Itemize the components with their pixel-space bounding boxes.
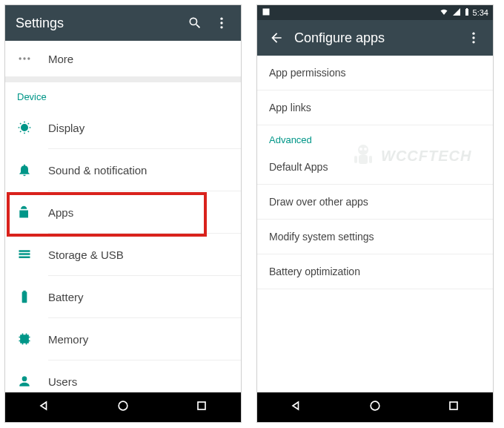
nav-recent-icon[interactable]: [446, 398, 461, 416]
row-label: Storage & USB: [48, 248, 241, 261]
nav-home-icon[interactable]: [368, 398, 382, 416]
person-icon: [17, 374, 48, 389]
svg-rect-8: [263, 9, 270, 16]
svg-point-6: [119, 401, 127, 410]
svg-point-2: [220, 26, 222, 28]
nav-home-icon[interactable]: [116, 398, 130, 416]
svg-point-0: [220, 18, 222, 20]
row-label: Battery: [48, 291, 241, 303]
row-app-links[interactable]: App links: [257, 90, 493, 125]
statusbar: 5:34: [257, 5, 493, 20]
svg-point-12: [472, 36, 474, 39]
svg-point-3: [19, 57, 21, 59]
row-label: Memory: [48, 333, 241, 346]
row-battery-opt[interactable]: Battery optimization: [257, 254, 493, 289]
row-label: Modify system settings: [269, 231, 374, 243]
svg-point-5: [27, 57, 30, 59]
navbar: [257, 392, 493, 422]
row-label: Users: [48, 375, 241, 388]
row-more[interactable]: More: [5, 41, 241, 76]
appbar-configure: Configure apps: [257, 20, 493, 56]
screenshot-icon: [262, 7, 271, 18]
back-arrow-icon[interactable]: [263, 24, 290, 51]
section-header-advanced: Advanced: [257, 125, 493, 150]
navbar: [5, 392, 241, 422]
row-storage[interactable]: Storage & USB: [5, 234, 241, 275]
row-label: Apps: [48, 206, 241, 219]
svg-point-1: [220, 22, 222, 24]
svg-point-13: [472, 41, 474, 43]
battery-icon: [17, 289, 48, 304]
nav-back-icon[interactable]: [289, 398, 304, 416]
bell-icon: [17, 162, 48, 177]
row-label: Sound & notification: [48, 164, 241, 177]
row-draw-over[interactable]: Draw over other apps: [257, 185, 493, 219]
row-label: App links: [269, 102, 311, 113]
more-vert-icon[interactable]: [208, 10, 235, 36]
configure-list: App permissions App links Advanced Defau…: [257, 56, 493, 392]
row-label: Draw over other apps: [269, 196, 368, 208]
nav-recent-icon[interactable]: [194, 398, 209, 416]
phone-settings: Settings More Device Display: [4, 4, 242, 423]
svg-point-14: [371, 401, 379, 410]
row-sound[interactable]: Sound & notification: [5, 149, 241, 191]
signal-icon: [452, 7, 461, 18]
svg-rect-10: [466, 8, 468, 9]
svg-rect-7: [198, 402, 205, 409]
row-app-permissions[interactable]: App permissions: [257, 56, 493, 90]
more-horiz-icon: [17, 51, 48, 66]
row-label: Battery optimization: [269, 266, 360, 277]
appbar-title: Configure apps: [294, 30, 460, 46]
row-default-apps[interactable]: Default Apps: [257, 150, 493, 184]
phone-configure-apps: 5:34 Configure apps App permissions App …: [256, 4, 494, 423]
appbar-settings: Settings: [5, 5, 241, 41]
section-divider: [5, 76, 241, 82]
svg-point-4: [23, 57, 25, 59]
search-icon[interactable]: [182, 10, 208, 36]
row-memory[interactable]: Memory: [5, 318, 241, 360]
wifi-icon: [439, 7, 449, 18]
appbar-title: Settings: [16, 16, 182, 31]
settings-list: More Device Display Sound & notification…: [5, 41, 241, 392]
svg-rect-9: [465, 9, 468, 16]
battery-status-icon: [464, 7, 470, 18]
nav-back-icon[interactable]: [37, 398, 52, 416]
svg-rect-15: [450, 402, 457, 409]
storage-icon: [17, 247, 48, 262]
row-users[interactable]: Users: [5, 360, 241, 392]
memory-icon: [17, 332, 48, 346]
row-battery[interactable]: Battery: [5, 276, 241, 317]
more-vert-icon[interactable]: [460, 24, 487, 51]
row-label: App permissions: [269, 67, 346, 79]
row-apps[interactable]: Apps: [5, 191, 241, 233]
row-label: More: [48, 53, 241, 65]
section-header-device: Device: [5, 82, 241, 107]
svg-point-11: [472, 33, 474, 35]
divider: [257, 289, 493, 289]
display-icon: [17, 120, 48, 135]
row-label: Default Apps: [269, 161, 328, 173]
row-modify-system[interactable]: Modify system settings: [257, 220, 493, 254]
row-display[interactable]: Display: [5, 107, 241, 148]
row-label: Display: [48, 122, 241, 134]
status-time: 5:34: [473, 8, 488, 17]
apps-icon: [17, 205, 48, 220]
